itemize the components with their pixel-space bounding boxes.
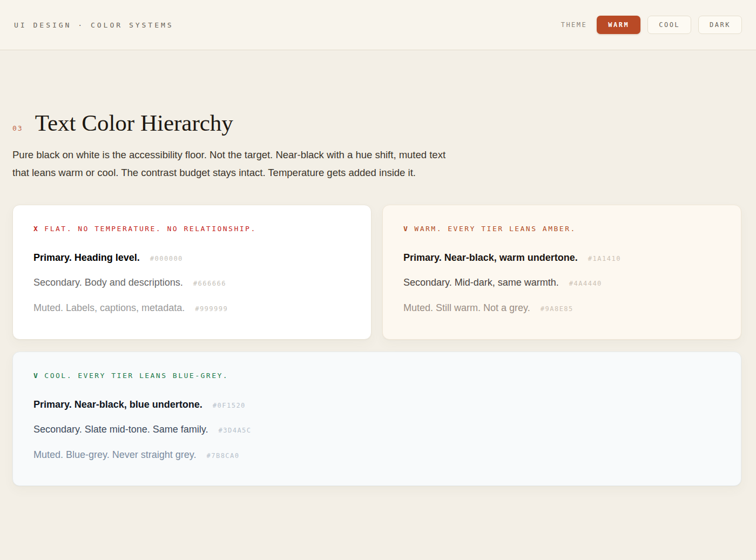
card-cool: VCOOL. EVERY TIER LEANS BLUE-GREY. Prima… [12, 352, 741, 487]
tier-row: Muted. Still warm. Not a grey. #9A8E85 [403, 302, 720, 314]
theme-dark-button[interactable]: DARK [698, 16, 742, 34]
tier-label: Primary. Near-black, warm undertone. [403, 252, 578, 264]
theme-warm-button[interactable]: WARM [597, 16, 640, 34]
tier-row: Primary. Near-black, blue undertone. #0F… [33, 399, 720, 411]
tier-row: Secondary. Slate mid-tone. Same family. … [33, 424, 720, 436]
v-mark-icon: V [33, 372, 39, 380]
tier-hex: #666666 [193, 280, 226, 287]
card-warm-badge: VWARM. EVERY TIER LEANS AMBER. [403, 225, 720, 233]
cards-grid: XFLAT. NO TEMPERATURE. NO RELATIONSHIP. … [12, 205, 741, 549]
tier-hex: #7B8CA0 [206, 452, 239, 460]
section-head: 03 Text Color Hierarchy [12, 110, 741, 136]
card-flat-badge-text: FLAT. NO TEMPERATURE. NO RELATIONSHIP. [44, 225, 256, 233]
x-mark-icon: X [33, 225, 39, 233]
tier-hex: #999999 [195, 305, 228, 313]
tier-hex: #0F1520 [213, 402, 246, 409]
section-description: Pure black on white is the accessibility… [12, 146, 447, 181]
tier-label: Secondary. Mid-dark, same warmth. [403, 277, 559, 289]
tier-label: Secondary. Slate mid-tone. Same family. [33, 424, 208, 436]
main-content: 03 Text Color Hierarchy Pure black on wh… [0, 110, 756, 548]
page-title: Text Color Hierarchy [35, 110, 233, 136]
tier-label: Secondary. Body and descriptions. [33, 277, 183, 289]
card-flat-badge: XFLAT. NO TEMPERATURE. NO RELATIONSHIP. [33, 225, 350, 233]
tier-row: Primary. Near-black, warm undertone. #1A… [403, 252, 720, 264]
tier-hex: #1A1410 [588, 255, 621, 262]
tier-label: Primary. Near-black, blue undertone. [33, 399, 202, 411]
theme-cool-button[interactable]: COOL [647, 16, 691, 34]
tier-hex: #3D4A5C [218, 427, 251, 434]
top-bar: UI DESIGN · COLOR SYSTEMS THEME WARM COO… [0, 0, 756, 50]
v-mark-icon: V [403, 225, 409, 233]
theme-label: THEME [561, 21, 588, 29]
tier-label: Primary. Heading level. [33, 252, 140, 264]
card-warm: VWARM. EVERY TIER LEANS AMBER. Primary. … [382, 205, 741, 340]
tier-label: Muted. Still warm. Not a grey. [403, 302, 530, 314]
card-cool-badge: VCOOL. EVERY TIER LEANS BLUE-GREY. [33, 372, 720, 380]
tier-hex: #000000 [150, 255, 183, 262]
card-warm-badge-text: WARM. EVERY TIER LEANS AMBER. [414, 225, 576, 233]
theme-switcher: THEME WARM COOL DARK [561, 16, 742, 34]
tier-label: Muted. Blue-grey. Never straight grey. [33, 449, 196, 461]
card-cool-badge-text: COOL. EVERY TIER LEANS BLUE-GREY. [44, 372, 228, 380]
card-flat: XFLAT. NO TEMPERATURE. NO RELATIONSHIP. … [12, 205, 372, 340]
tier-row: Secondary. Body and descriptions. #66666… [33, 277, 350, 289]
tier-row: Muted. Labels, captions, metadata. #9999… [33, 302, 350, 314]
tier-label: Muted. Labels, captions, metadata. [33, 302, 185, 314]
tier-hex: #4A4440 [569, 280, 602, 287]
tier-row: Secondary. Mid-dark, same warmth. #4A444… [403, 277, 720, 289]
brand-label: UI DESIGN · COLOR SYSTEMS [14, 21, 174, 29]
tier-row: Muted. Blue-grey. Never straight grey. #… [33, 449, 720, 461]
section-number: 03 [12, 124, 23, 132]
tier-hex: #9A8E85 [541, 305, 573, 313]
tier-row: Primary. Heading level. #000000 [33, 252, 350, 264]
